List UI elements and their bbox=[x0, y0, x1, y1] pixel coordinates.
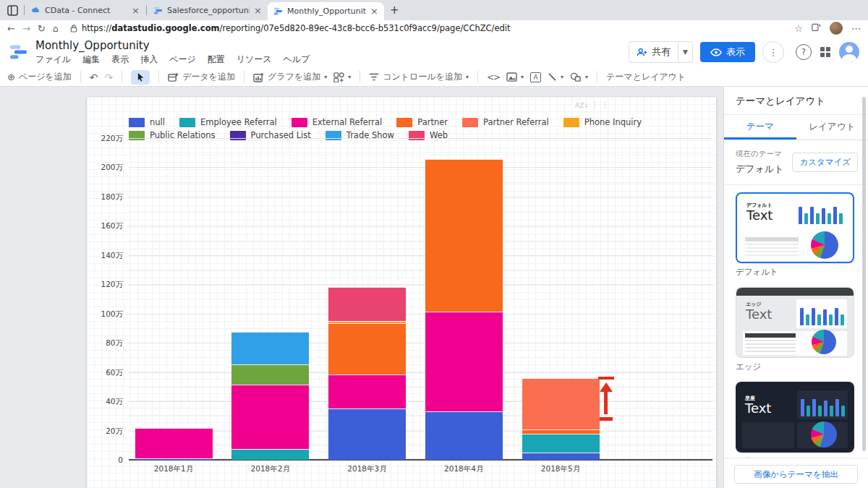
browser-tab-cdata[interactable]: CData - Connect × bbox=[25, 0, 145, 20]
view-button[interactable]: 表示 bbox=[700, 42, 755, 62]
community-visualizations-button[interactable]: ▾ bbox=[333, 72, 351, 82]
menu-item-7[interactable]: ヘルプ bbox=[284, 53, 310, 66]
menu-item-0[interactable]: ファイル bbox=[35, 53, 71, 66]
customize-button[interactable]: カスタマイズ bbox=[792, 153, 858, 172]
add-chart-button[interactable]: グラフを追加 ▾ bbox=[253, 71, 327, 83]
bar-segment[interactable] bbox=[522, 434, 600, 453]
header-actions: 共有 ▼ 表示 ⋮ ? bbox=[629, 41, 859, 63]
add-data-label: データを追加 bbox=[182, 71, 235, 83]
bar-segment[interactable] bbox=[522, 429, 600, 434]
browser-tab-monthly-opportunity[interactable]: Monthly_Opportunity × bbox=[268, 2, 384, 20]
chevron-down-icon: ▾ bbox=[561, 74, 563, 80]
add-control-label: コントロールを追加 bbox=[383, 71, 462, 83]
image-tool-button[interactable]: ▾ bbox=[506, 72, 524, 82]
theme-card-edge[interactable]: エッジ Text bbox=[736, 287, 854, 358]
community-viz-icon bbox=[333, 72, 344, 82]
bar-segment[interactable] bbox=[425, 411, 503, 460]
menu-item-3[interactable]: 挿入 bbox=[140, 53, 158, 66]
bar-segment[interactable] bbox=[135, 458, 213, 460]
bar-segment[interactable] bbox=[522, 453, 600, 460]
tab-theme[interactable]: テーマ bbox=[724, 115, 796, 140]
vertical-tabs-icon[interactable] bbox=[4, 2, 20, 18]
legend-row: nullEmployee ReferralExternal ReferralPa… bbox=[129, 117, 642, 127]
y-axis-tick: 200万 bbox=[91, 163, 123, 173]
bar-segment[interactable] bbox=[231, 449, 309, 460]
legend-item[interactable]: Employee Referral bbox=[179, 117, 277, 127]
report-title[interactable]: Monthly_Opportunity bbox=[35, 39, 310, 52]
sort-icon[interactable]: AZ↓ bbox=[575, 102, 589, 109]
more-options-button[interactable]: ⋮ bbox=[762, 41, 784, 63]
toolbar-separator bbox=[122, 71, 122, 83]
bar-segment[interactable] bbox=[328, 374, 406, 409]
back-icon[interactable]: ← bbox=[7, 24, 15, 33]
home-icon[interactable]: ⌂ bbox=[53, 24, 59, 33]
workspace: AZ↓ ⋮ nullEmployee ReferralExternal Refe… bbox=[0, 87, 868, 488]
browser-tab-salesforce-report[interactable]: Salesforce_opportunity_Kuwa × bbox=[148, 0, 268, 20]
add-data-button[interactable]: データを追加 bbox=[168, 71, 235, 83]
menu-item-4[interactable]: ページ bbox=[169, 53, 196, 66]
menu-item-2[interactable]: 表示 bbox=[111, 53, 129, 66]
undo-icon[interactable]: ↶ bbox=[90, 72, 98, 83]
menu-item-6[interactable]: リソース bbox=[237, 53, 272, 66]
select-tool-button[interactable] bbox=[131, 70, 150, 85]
chart-menu-icon[interactable]: ⋮ bbox=[601, 100, 609, 110]
add-control-button[interactable]: コントロールを追加 ▾ bbox=[369, 71, 469, 83]
bar-segment[interactable] bbox=[135, 428, 213, 458]
bar-segment[interactable] bbox=[328, 287, 406, 321]
browser-menu-icon[interactable]: ⋯ bbox=[851, 23, 861, 34]
close-icon[interactable]: × bbox=[254, 6, 262, 15]
bar-segment[interactable] bbox=[328, 323, 406, 374]
url-field[interactable]: https://datastudio.google.com/reporting/… bbox=[70, 23, 787, 33]
bar-segment[interactable] bbox=[231, 332, 309, 364]
favorite-star-icon[interactable]: ☆ bbox=[794, 23, 803, 34]
extract-theme-button[interactable]: 画像からテーマを抽出 bbox=[734, 465, 858, 484]
y-axis-tick: 0 bbox=[91, 455, 123, 464]
bar-segment[interactable] bbox=[425, 312, 503, 412]
theme-layout-button[interactable]: テーマとレイアウト bbox=[606, 71, 686, 83]
text-tool-icon[interactable]: A bbox=[530, 72, 541, 82]
new-tab-button[interactable]: + bbox=[390, 4, 399, 17]
bar-segment[interactable] bbox=[328, 321, 406, 323]
shape-tool-button[interactable]: ▾ bbox=[570, 72, 588, 82]
line-tool-button[interactable]: ▾ bbox=[548, 72, 563, 82]
embed-tool-icon[interactable]: <> bbox=[487, 72, 500, 82]
reload-icon[interactable]: ↻ bbox=[38, 24, 46, 33]
gridline bbox=[129, 431, 712, 432]
bar-segment[interactable] bbox=[231, 385, 309, 449]
chart-header-actions: AZ↓ ⋮ bbox=[575, 100, 609, 110]
legend-item[interactable]: External Referral bbox=[292, 117, 383, 127]
menu-item-1[interactable]: 編集 bbox=[82, 53, 100, 66]
tab-layout[interactable]: レイアウト bbox=[796, 115, 868, 140]
close-icon[interactable]: × bbox=[132, 6, 140, 15]
theme-card-constellation[interactable]: 星座 Text bbox=[736, 382, 854, 453]
browser-profile-avatar[interactable] bbox=[830, 22, 843, 35]
bar-segment[interactable] bbox=[231, 364, 309, 385]
menu-item-5[interactable]: 配置 bbox=[208, 53, 225, 66]
legend-item[interactable]: Phone Inquiry bbox=[563, 117, 642, 127]
legend-item[interactable]: Partner bbox=[396, 117, 448, 127]
current-theme-label: 現在のテーマ bbox=[736, 149, 784, 159]
datastudio-favicon bbox=[273, 7, 283, 16]
share-caret-icon[interactable]: ▼ bbox=[678, 43, 692, 61]
line-icon bbox=[548, 72, 557, 82]
help-icon[interactable]: ? bbox=[796, 44, 812, 60]
bar-segment[interactable] bbox=[328, 408, 406, 460]
bar-segment[interactable] bbox=[425, 159, 503, 311]
account-avatar[interactable] bbox=[839, 42, 859, 62]
legend-item[interactable]: Partner Referral bbox=[462, 117, 549, 127]
forward-icon[interactable]: → bbox=[22, 24, 30, 33]
report-canvas[interactable]: AZ↓ ⋮ nullEmployee ReferralExternal Refe… bbox=[87, 97, 716, 488]
close-icon[interactable]: × bbox=[370, 7, 378, 16]
redo-icon[interactable]: ↷ bbox=[104, 72, 113, 83]
panel-scrollbar[interactable] bbox=[862, 97, 866, 451]
bar-segment[interactable] bbox=[522, 378, 600, 429]
url-text: https://datastudio.google.com/reporting/… bbox=[82, 23, 511, 33]
add-page-button[interactable]: ⊕ ページを追加 bbox=[7, 71, 72, 83]
share-button[interactable]: 共有 ▼ bbox=[629, 41, 693, 63]
stacked-bar-chart[interactable]: 020万40万60万80万100万120万140万160万180万200万220… bbox=[129, 138, 712, 460]
apps-grid-icon[interactable] bbox=[819, 46, 832, 59]
collections-icon[interactable] bbox=[812, 22, 821, 34]
legend-item[interactable]: null bbox=[129, 117, 165, 127]
theme-card-default[interactable]: デフォルト Text bbox=[736, 192, 854, 263]
mini-pie-chart bbox=[811, 231, 838, 259]
